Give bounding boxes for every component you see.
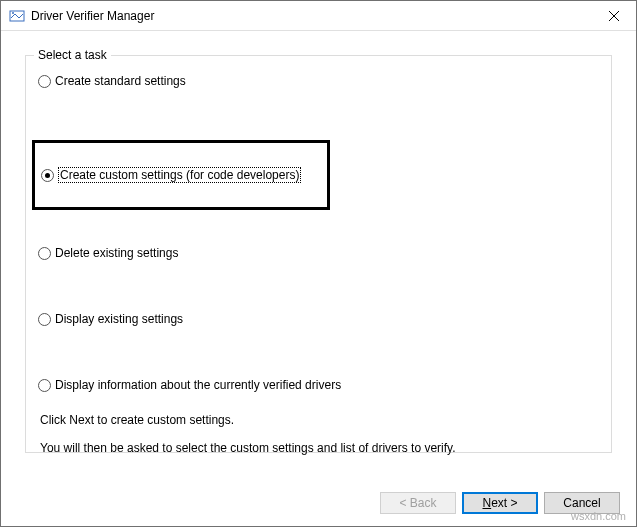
radio-create-custom[interactable]: Create custom settings (for code develop… xyxy=(41,167,301,183)
radio-display-info[interactable]: Display information about the currently … xyxy=(38,378,601,392)
svg-point-1 xyxy=(12,12,14,14)
radio-icon xyxy=(41,169,54,182)
group-legend: Select a task xyxy=(34,48,111,62)
radio-icon xyxy=(38,313,51,326)
window-title: Driver Verifier Manager xyxy=(31,9,591,23)
back-button: < Back xyxy=(380,492,456,514)
wizard-buttons: < Back Next > Cancel xyxy=(380,492,620,514)
app-icon xyxy=(9,8,25,24)
radio-label: Display existing settings xyxy=(55,312,183,326)
radio-delete-existing[interactable]: Delete existing settings xyxy=(38,246,601,260)
next-button[interactable]: Next > xyxy=(462,492,538,514)
radio-icon xyxy=(38,247,51,260)
radio-display-existing[interactable]: Display existing settings xyxy=(38,312,601,326)
radio-label: Create standard settings xyxy=(55,74,186,88)
radio-icon xyxy=(38,75,51,88)
close-button[interactable] xyxy=(591,1,636,30)
task-groupbox: Select a task Create standard settings C… xyxy=(25,55,612,453)
window: Driver Verifier Manager Select a task Cr… xyxy=(0,0,637,527)
info-line-2: You will then be asked to select the cus… xyxy=(40,438,597,460)
radio-label: Delete existing settings xyxy=(55,246,178,260)
radio-icon xyxy=(38,379,51,392)
content-area: Select a task Create standard settings C… xyxy=(1,31,636,453)
cancel-button[interactable]: Cancel xyxy=(544,492,620,514)
radio-label: Create custom settings (for code develop… xyxy=(58,167,301,183)
radio-label: Display information about the currently … xyxy=(55,378,341,392)
titlebar: Driver Verifier Manager xyxy=(1,1,636,31)
info-line-1: Click Next to create custom settings. xyxy=(40,410,597,432)
close-icon xyxy=(609,11,619,21)
radio-create-standard[interactable]: Create standard settings xyxy=(38,74,601,88)
highlight-box: Create custom settings (for code develop… xyxy=(32,140,330,210)
